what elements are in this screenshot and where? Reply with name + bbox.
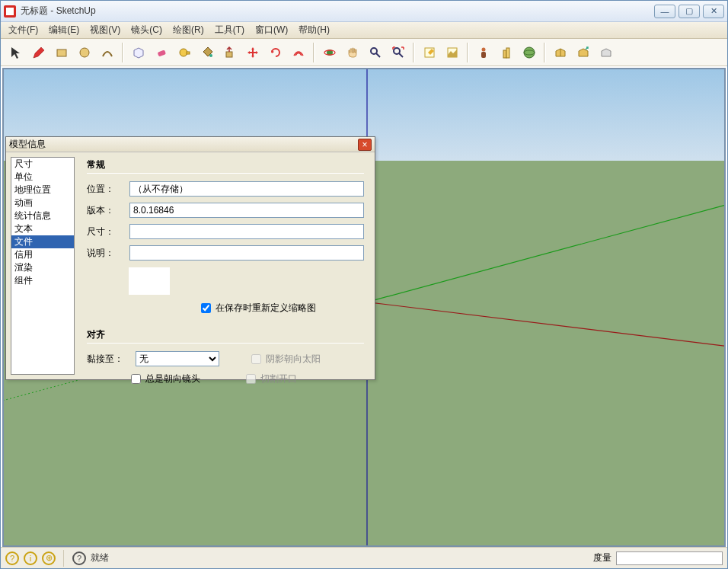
description-field[interactable]	[129, 245, 364, 261]
status-separator	[63, 550, 65, 567]
cat-credits[interactable]: 信用	[11, 248, 74, 261]
description-label: 说明：	[87, 247, 129, 260]
cat-geolocation[interactable]: 地理位置	[11, 184, 74, 197]
location-field	[129, 181, 364, 197]
menu-edit[interactable]: 编辑(E)	[46, 22, 82, 38]
dialog-title: 模型信息	[9, 138, 358, 151]
cat-animation[interactable]: 动画	[11, 197, 74, 209]
circle-icon[interactable]	[74, 42, 95, 63]
building-icon[interactable]	[496, 42, 517, 63]
rotate-icon[interactable]	[265, 42, 286, 63]
redefine-thumb-row: 在保存时重新定义缩略图	[201, 302, 364, 315]
rectangle-icon[interactable]	[51, 42, 72, 63]
instructor-icon[interactable]: i	[24, 551, 37, 565]
toolbar-separator	[122, 43, 124, 62]
cat-statistics[interactable]: 统计信息	[11, 209, 74, 222]
cat-components[interactable]: 组件	[11, 274, 74, 287]
zoom-extents-icon[interactable]	[388, 42, 409, 63]
maximize-button[interactable]: ▢	[679, 5, 700, 18]
status-text: 就绪	[91, 551, 109, 564]
shadows-face-sun-checkbox	[251, 354, 261, 364]
toolbar	[1, 39, 727, 66]
menu-window[interactable]: 窗口(W)	[252, 22, 291, 38]
svg-point-9	[371, 48, 377, 54]
make-component-icon[interactable]	[128, 42, 149, 63]
svg-line-12	[399, 53, 403, 57]
menu-tools[interactable]: 工具(T)	[212, 22, 247, 38]
svg-rect-4	[187, 52, 190, 54]
measure-input[interactable]	[616, 551, 723, 565]
pan-icon[interactable]	[342, 42, 363, 63]
svg-point-11	[394, 48, 400, 54]
cat-dimensions[interactable]: 尺寸	[11, 158, 74, 171]
close-button[interactable]: ✕	[703, 5, 724, 18]
cut-opening-checkbox	[246, 374, 256, 384]
zoom-icon[interactable]	[365, 42, 386, 63]
photo-texture-icon[interactable]	[519, 42, 540, 63]
extensions-icon[interactable]	[595, 42, 617, 63]
3dwarehouse-get-icon[interactable]	[550, 42, 571, 63]
menu-help[interactable]: 帮助(H)	[295, 22, 333, 38]
3dwarehouse-share-icon[interactable]	[573, 42, 594, 63]
orbit-icon[interactable]	[319, 42, 340, 63]
svg-rect-17	[503, 50, 506, 58]
person-icon[interactable]	[473, 42, 494, 63]
viewport[interactable]: 模型信息 × 尺寸 单位 地理位置 动画 统计信息 文本 文件 信用 渲染 组件	[2, 68, 726, 547]
divider	[87, 173, 364, 174]
align-heading: 对齐	[87, 328, 364, 341]
pencil-icon[interactable]	[28, 42, 49, 63]
menu-camera[interactable]: 镜头(C)	[128, 22, 165, 38]
paintbucket-icon[interactable]	[196, 42, 218, 63]
window-title: 无标题 - SketchUp	[21, 5, 654, 18]
eraser-icon[interactable]	[151, 42, 172, 63]
cat-file[interactable]: 文件	[11, 235, 74, 248]
svg-rect-18	[506, 48, 509, 58]
window-buttons: — ▢ ✕	[654, 5, 724, 18]
cat-units[interactable]: 单位	[11, 171, 74, 184]
move-icon[interactable]	[242, 42, 263, 63]
svg-line-10	[376, 53, 380, 57]
add-location-icon[interactable]	[419, 42, 440, 63]
terrain-icon[interactable]	[442, 42, 463, 63]
minimize-button[interactable]: —	[654, 5, 675, 18]
offset-icon[interactable]	[288, 42, 309, 63]
version-field	[129, 203, 364, 218]
menubar: 文件(F) 编辑(E) 视图(V) 镜头(C) 绘图(R) 工具(T) 窗口(W…	[1, 22, 727, 39]
redefine-thumb-label: 在保存时重新定义缩略图	[216, 302, 316, 315]
help-icon[interactable]: ?	[5, 551, 19, 565]
shadows-face-sun-label: 阴影朝向太阳	[266, 353, 321, 366]
size-label: 尺寸：	[87, 225, 129, 238]
version-label: 版本：	[87, 204, 129, 217]
dialog-titlebar[interactable]: 模型信息 ×	[6, 137, 375, 152]
arc-icon[interactable]	[97, 42, 118, 63]
toolbar-separator	[467, 43, 469, 62]
glue-label: 黏接至：	[87, 353, 126, 366]
pushpull-icon[interactable]	[219, 42, 241, 63]
svg-rect-16	[481, 52, 486, 58]
glue-select[interactable]: 无	[136, 351, 219, 366]
svg-point-1	[80, 48, 89, 57]
location-label: 位置：	[87, 183, 129, 196]
svg-point-5	[209, 54, 212, 57]
menu-view[interactable]: 视图(V)	[87, 22, 123, 38]
app-window: 无标题 - SketchUp — ▢ ✕ 文件(F) 编辑(E) 视图(V) 镜…	[0, 0, 728, 569]
geo-icon[interactable]: ⊕	[42, 551, 56, 565]
cat-text[interactable]: 文本	[11, 222, 74, 235]
dialog-close-button[interactable]: ×	[358, 139, 372, 151]
cat-rendering[interactable]: 渲染	[11, 261, 74, 274]
cut-opening-label: 切割开口	[260, 372, 297, 385]
measure-label: 度量	[593, 551, 611, 564]
menu-draw[interactable]: 绘图(R)	[170, 22, 207, 38]
menu-file[interactable]: 文件(F)	[5, 22, 41, 38]
red-axis	[367, 302, 724, 347]
always-face-camera-checkbox[interactable]	[131, 374, 141, 384]
redefine-thumb-checkbox[interactable]	[201, 303, 211, 313]
credits-icon[interactable]: ?	[72, 551, 86, 565]
select-icon[interactable]	[5, 42, 27, 63]
tape-icon[interactable]	[174, 42, 195, 63]
size-field	[129, 224, 364, 239]
svg-rect-6	[226, 52, 232, 57]
thumbnail-preview	[128, 267, 171, 296]
svg-point-15	[482, 47, 486, 51]
category-list[interactable]: 尺寸 单位 地理位置 动画 统计信息 文本 文件 信用 渲染 组件	[11, 157, 75, 375]
